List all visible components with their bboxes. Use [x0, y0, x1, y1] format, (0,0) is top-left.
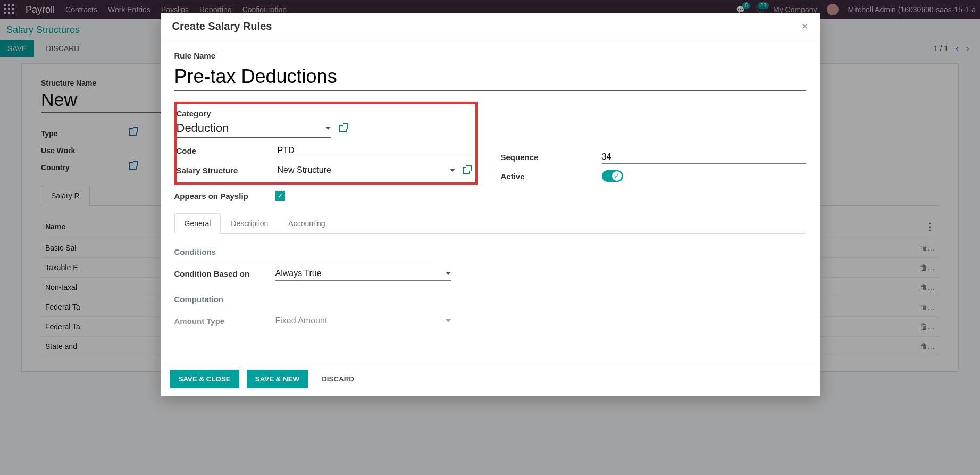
amount-type-select[interactable]: Fixed Amount [275, 314, 451, 328]
sequence-label: Sequence [501, 153, 597, 162]
salary-structure-label: Salary Structure [177, 166, 272, 175]
tab-description[interactable]: Description [221, 213, 278, 234]
code-label: Code [177, 146, 272, 155]
modal-overlay: Create Salary Rules × Rule Name Category… [0, 0, 980, 393]
highlight-box: Category Deduction Code [174, 102, 478, 185]
save-and-new-button[interactable]: SAVE & NEW [247, 370, 308, 388]
code-input[interactable] [278, 144, 470, 157]
external-link-icon[interactable] [463, 167, 470, 174]
caret-down-icon [450, 169, 455, 172]
tab-accounting[interactable]: Accounting [278, 213, 335, 234]
active-label: Active [501, 172, 597, 181]
appears-checkbox[interactable]: ✓ [275, 191, 285, 201]
tab-general[interactable]: General [174, 213, 221, 234]
category-select[interactable]: Deduction [177, 119, 331, 138]
condition-based-select[interactable]: Always True [275, 266, 451, 281]
rule-name-input[interactable] [174, 62, 806, 91]
amount-type-value: Fixed Amount [275, 316, 328, 326]
rule-name-label: Rule Name [174, 51, 806, 60]
save-and-close-button[interactable]: SAVE & CLOSE [170, 370, 239, 388]
modal-title: Create Salary Rules [172, 20, 272, 32]
condition-based-label: Condition Based on [174, 269, 270, 278]
appears-label: Appears on Payslip [174, 191, 270, 201]
amount-type-label: Amount Type [174, 316, 270, 326]
caret-down-icon [446, 272, 451, 275]
active-toggle[interactable] [602, 170, 623, 182]
modal-discard-button[interactable]: DISCARD [315, 370, 361, 388]
category-label: Category [177, 109, 470, 118]
salary-structure-value: New Structure [278, 165, 331, 175]
caret-down-icon [325, 127, 331, 130]
close-icon[interactable]: × [802, 20, 808, 32]
conditions-section: Conditions [174, 247, 430, 260]
sequence-input[interactable] [602, 151, 806, 164]
condition-based-value: Always True [275, 269, 322, 278]
external-link-icon[interactable] [339, 125, 347, 132]
caret-down-icon [446, 319, 451, 322]
category-value: Deduction [177, 121, 229, 135]
computation-section: Computation [174, 295, 430, 307]
salary-structure-select[interactable]: New Structure [278, 164, 455, 177]
create-salary-rules-modal: Create Salary Rules × Rule Name Category… [161, 13, 820, 393]
